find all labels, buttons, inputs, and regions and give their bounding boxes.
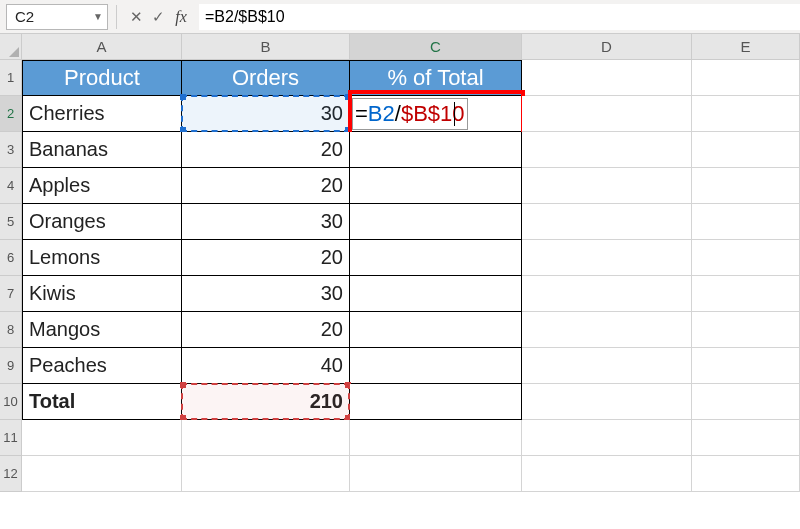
cell-E10[interactable] xyxy=(692,384,800,420)
col-header-E[interactable]: E xyxy=(692,34,800,60)
cell-D11[interactable] xyxy=(522,420,692,456)
cell-C3[interactable] xyxy=(350,132,522,168)
cell-D8[interactable] xyxy=(522,312,692,348)
row-header-4[interactable]: 4 xyxy=(0,168,22,204)
cell-A5[interactable]: Oranges xyxy=(22,204,182,240)
cell-D7[interactable] xyxy=(522,276,692,312)
cell-A3[interactable]: Bananas xyxy=(22,132,182,168)
name-box[interactable]: C2 ▼ xyxy=(6,4,108,30)
table-row: 10 Total 210 xyxy=(0,384,800,420)
row-header-11[interactable]: 11 xyxy=(0,420,22,456)
select-all-corner[interactable] xyxy=(0,34,22,60)
cell-A11[interactable] xyxy=(22,420,182,456)
row-header-9[interactable]: 9 xyxy=(0,348,22,384)
cell-A9[interactable]: Peaches xyxy=(22,348,182,384)
formula-input[interactable] xyxy=(199,4,800,30)
cell-E5[interactable] xyxy=(692,204,800,240)
cell-E6[interactable] xyxy=(692,240,800,276)
cell-C6[interactable] xyxy=(350,240,522,276)
row-header-3[interactable]: 3 xyxy=(0,132,22,168)
cell-E9[interactable] xyxy=(692,348,800,384)
cell-D2[interactable] xyxy=(522,96,692,132)
row-header-1[interactable]: 1 xyxy=(0,60,22,96)
cell-B3[interactable]: 20 xyxy=(182,132,350,168)
cell-B2[interactable]: 30 xyxy=(182,96,350,132)
cell-A10[interactable]: Total xyxy=(22,384,182,420)
cell-D9[interactable] xyxy=(522,348,692,384)
cell-E3[interactable] xyxy=(692,132,800,168)
table-row: 4 Apples 20 xyxy=(0,168,800,204)
table-row: 12 xyxy=(0,456,800,492)
cell-A2[interactable]: Cherries xyxy=(22,96,182,132)
cancel-icon[interactable]: ✕ xyxy=(125,8,147,26)
row-header-10[interactable]: 10 xyxy=(0,384,22,420)
table-row: 8 Mangos 20 xyxy=(0,312,800,348)
row-header-8[interactable]: 8 xyxy=(0,312,22,348)
col-header-C[interactable]: C xyxy=(350,34,522,60)
cell-B12[interactable] xyxy=(182,456,350,492)
cell-E11[interactable] xyxy=(692,420,800,456)
row-header-5[interactable]: 5 xyxy=(0,204,22,240)
cell-B10[interactable]: 210 xyxy=(182,384,350,420)
cell-B10-value: 210 xyxy=(310,390,343,413)
cell-C12[interactable] xyxy=(350,456,522,492)
col-header-A[interactable]: A xyxy=(22,34,182,60)
table-row: 9 Peaches 40 xyxy=(0,348,800,384)
cell-C1[interactable]: % of Total xyxy=(350,60,522,96)
cell-C5[interactable] xyxy=(350,204,522,240)
table-row: 3 Bananas 20 xyxy=(0,132,800,168)
cell-C9[interactable] xyxy=(350,348,522,384)
col-header-B[interactable]: B xyxy=(182,34,350,60)
cell-E2[interactable] xyxy=(692,96,800,132)
cell-C4[interactable] xyxy=(350,168,522,204)
row-header-7[interactable]: 7 xyxy=(0,276,22,312)
cell-E1[interactable] xyxy=(692,60,800,96)
cell-B4[interactable]: 20 xyxy=(182,168,350,204)
table-row: 7 Kiwis 30 xyxy=(0,276,800,312)
cell-E12[interactable] xyxy=(692,456,800,492)
column-headers: A B C D E xyxy=(22,34,800,60)
cell-B6[interactable]: 20 xyxy=(182,240,350,276)
cell-E4[interactable] xyxy=(692,168,800,204)
separator xyxy=(116,5,117,29)
cell-B7[interactable]: 30 xyxy=(182,276,350,312)
col-header-D[interactable]: D xyxy=(522,34,692,60)
cell-A4[interactable]: Apples xyxy=(22,168,182,204)
cell-B9[interactable]: 40 xyxy=(182,348,350,384)
cell-B8[interactable]: 20 xyxy=(182,312,350,348)
cell-E8[interactable] xyxy=(692,312,800,348)
row-header-2[interactable]: 2 xyxy=(0,96,22,132)
cell-A12[interactable] xyxy=(22,456,182,492)
cell-C7[interactable] xyxy=(350,276,522,312)
cell-D1[interactable] xyxy=(522,60,692,96)
cell-C10[interactable] xyxy=(350,384,522,420)
cell-A6[interactable]: Lemons xyxy=(22,240,182,276)
cell-B1[interactable]: Orders xyxy=(182,60,350,96)
cell-D3[interactable] xyxy=(522,132,692,168)
cell-E7[interactable] xyxy=(692,276,800,312)
table-row: 5 Oranges 30 xyxy=(0,204,800,240)
cell-C2[interactable]: =B2/$B$10 xyxy=(350,96,522,132)
cell-D10[interactable] xyxy=(522,384,692,420)
table-row: 6 Lemons 20 xyxy=(0,240,800,276)
cell-C2-editor[interactable]: =B2/$B$10 xyxy=(352,98,468,130)
cell-B2-value: 30 xyxy=(321,102,343,125)
cell-B5[interactable]: 30 xyxy=(182,204,350,240)
spreadsheet-grid: A B C D E 1 Product Orders % of Total 2 … xyxy=(0,34,800,492)
cell-D12[interactable] xyxy=(522,456,692,492)
cell-C11[interactable] xyxy=(350,420,522,456)
cell-A1[interactable]: Product xyxy=(22,60,182,96)
fx-icon[interactable]: fx xyxy=(169,8,193,26)
cell-A8[interactable]: Mangos xyxy=(22,312,182,348)
row-header-6[interactable]: 6 xyxy=(0,240,22,276)
cell-B11[interactable] xyxy=(182,420,350,456)
cell-A7[interactable]: Kiwis xyxy=(22,276,182,312)
cell-D4[interactable] xyxy=(522,168,692,204)
cell-D6[interactable] xyxy=(522,240,692,276)
enter-icon[interactable]: ✓ xyxy=(147,8,169,26)
cell-C8[interactable] xyxy=(350,312,522,348)
name-box-dropdown-icon[interactable]: ▼ xyxy=(93,11,103,22)
formula-bar: C2 ▼ ✕ ✓ fx xyxy=(0,0,800,34)
row-header-12[interactable]: 12 xyxy=(0,456,22,492)
cell-D5[interactable] xyxy=(522,204,692,240)
